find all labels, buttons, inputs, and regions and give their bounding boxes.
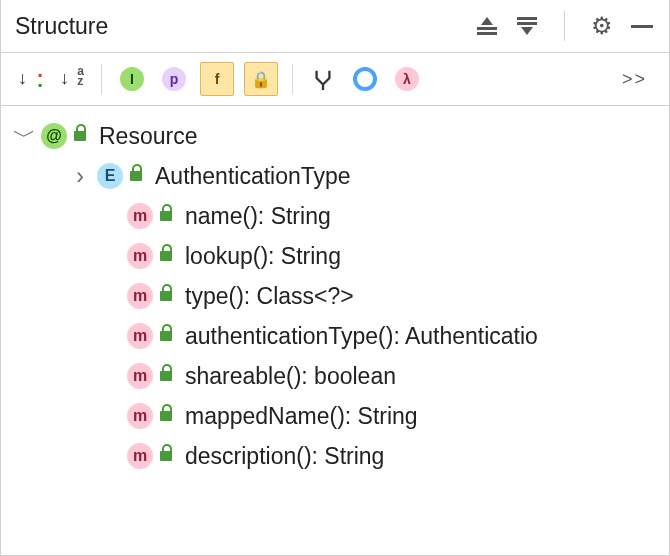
hide-panel-button[interactable] (629, 13, 655, 39)
tree-node[interactable]: m mappedName(): String (1, 396, 669, 436)
visibility-icon (157, 331, 175, 341)
field-icon: f (205, 67, 229, 91)
tree-node[interactable]: m description(): String (1, 436, 669, 476)
structure-tree: ﹀ @ Resource › E AuthenticationType m na… (1, 106, 669, 555)
tree-node[interactable]: › E AuthenticationType (1, 156, 669, 196)
visibility-icon (157, 291, 175, 301)
structure-toolbar: ↓▪▪ ↓az I p f 🔒 λ >> (1, 53, 669, 106)
anonymous-icon (353, 67, 377, 91)
inherited-icon (312, 68, 334, 90)
visibility-icon (157, 211, 175, 221)
visibility-icon (157, 411, 175, 421)
show-interfaces-button[interactable]: I (116, 63, 148, 95)
show-anonymous-button[interactable] (349, 63, 381, 95)
method-icon: m (127, 203, 153, 229)
node-label: description(): String (185, 443, 384, 470)
structure-panel: Structure ⚙ ↓▪▪ ↓az I (0, 0, 670, 556)
node-label: name(): String (185, 203, 331, 230)
lambda-icon: λ (395, 67, 419, 91)
node-label: mappedName(): String (185, 403, 418, 430)
method-icon: m (127, 243, 153, 269)
toolbar-sep-2 (292, 64, 293, 94)
toolbar-sep-1 (101, 64, 102, 94)
sort-alpha-button[interactable]: ↓az (55, 63, 87, 95)
node-label: AuthenticationType (155, 163, 351, 190)
collapse-all-icon (517, 17, 537, 35)
visibility-icon (71, 131, 89, 141)
show-properties-button[interactable]: p (158, 63, 190, 95)
sort-visibility-icon: ↓▪▪ (18, 68, 40, 90)
enum-icon: E (97, 163, 123, 189)
structure-titlebar: Structure ⚙ (1, 0, 669, 53)
show-lambdas-button[interactable]: λ (391, 63, 423, 95)
lock-icon: 🔒 (249, 67, 273, 91)
node-label: Resource (99, 123, 197, 150)
show-inherited-button[interactable] (307, 63, 339, 95)
method-icon: m (127, 283, 153, 309)
collapse-all-button[interactable] (514, 13, 540, 39)
tree-node[interactable]: m lookup(): String (1, 236, 669, 276)
gear-icon: ⚙ (591, 12, 613, 40)
titlebar-divider (564, 11, 565, 41)
node-label: lookup(): String (185, 243, 341, 270)
show-nonpublic-button[interactable]: 🔒 (244, 62, 278, 96)
tree-node[interactable]: m authenticationType(): Authenticatio (1, 316, 669, 356)
minus-icon (631, 25, 653, 28)
visibility-icon (127, 171, 145, 181)
settings-button[interactable]: ⚙ (589, 13, 615, 39)
method-icon: m (127, 403, 153, 429)
expand-all-button[interactable] (474, 13, 500, 39)
visibility-icon (157, 451, 175, 461)
show-fields-button[interactable]: f (200, 62, 234, 96)
tree-node[interactable]: m type(): Class<?> (1, 276, 669, 316)
property-icon: p (162, 67, 186, 91)
annotation-icon: @ (41, 123, 67, 149)
visibility-icon (157, 251, 175, 261)
sort-visibility-button[interactable]: ↓▪▪ (13, 63, 45, 95)
node-label: shareable(): boolean (185, 363, 396, 390)
node-label: type(): Class<?> (185, 283, 354, 310)
method-icon: m (127, 443, 153, 469)
method-icon: m (127, 323, 153, 349)
tree-node[interactable]: m name(): String (1, 196, 669, 236)
toolbar-more-button[interactable]: >> (622, 69, 657, 90)
visibility-icon (157, 371, 175, 381)
titlebar-actions: ⚙ (474, 11, 655, 41)
tree-node-root[interactable]: ﹀ @ Resource (1, 116, 669, 156)
chevron-down-icon[interactable]: ﹀ (15, 121, 33, 152)
node-label: authenticationType(): Authenticatio (185, 323, 538, 350)
interface-icon: I (120, 67, 144, 91)
chevron-right-icon[interactable]: › (71, 163, 89, 190)
method-icon: m (127, 363, 153, 389)
tree-node[interactable]: m shareable(): boolean (1, 356, 669, 396)
sort-alpha-icon: ↓az (60, 68, 82, 90)
expand-all-icon (477, 17, 497, 35)
panel-title: Structure (15, 13, 474, 40)
